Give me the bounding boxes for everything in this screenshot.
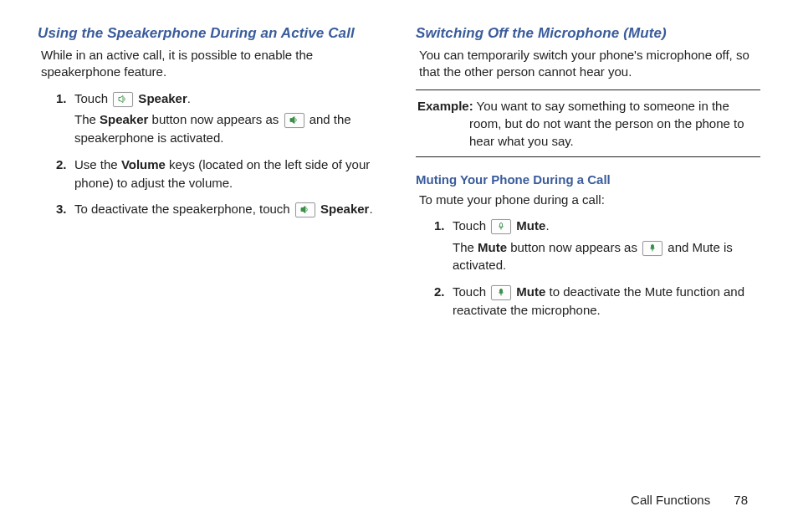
text-bold: Mute — [513, 218, 545, 233]
text: . — [545, 218, 549, 233]
speaker-on-icon — [284, 113, 304, 128]
mute-off-icon — [491, 219, 511, 234]
example-text-line2: room, but do not want the person on the … — [417, 115, 759, 150]
mute-on-icon — [491, 285, 511, 300]
text-bold: Mute — [513, 284, 545, 299]
text: The — [453, 240, 478, 254]
text: Touch — [74, 91, 111, 105]
footer-section: Call Functions — [631, 493, 710, 507]
subsection-title-muting: Muting Your Phone During a Call — [416, 172, 760, 187]
text: button now appears as — [148, 112, 282, 126]
text: . — [369, 202, 372, 216]
step-3: 3. To deactivate the speakerphone, touch… — [56, 200, 382, 218]
text-bold: Speaker — [100, 112, 148, 126]
step-1-cont: The Speaker button now appears as and th… — [74, 110, 382, 147]
svg-rect-2 — [652, 244, 654, 248]
step-number: 1. — [434, 217, 445, 235]
text: Touch — [453, 218, 489, 233]
step-2: 2. Use the Volume keys (located on the l… — [56, 156, 382, 192]
steps-mute: 1. Touch Mute. The Mute button now appea… — [416, 217, 760, 320]
text-bold: Speaker — [317, 202, 370, 216]
speaker-off-icon — [113, 92, 133, 107]
step-1-cont: The Mute button now appears as and Mute … — [453, 238, 760, 275]
speaker-on-icon — [295, 202, 315, 217]
text: To deactivate the speakerphone, touch — [74, 202, 294, 216]
page-number: 78 — [734, 493, 748, 507]
page-columns: Using the Speakerphone During an Active … — [38, 25, 760, 328]
text-bold: Mute — [478, 240, 507, 254]
example-box: Example: You want to say something to so… — [416, 90, 760, 157]
steps-speakerphone: 1. Touch Speaker. The Speaker button now… — [38, 90, 382, 219]
right-column: Switching Off the Microphone (Mute) You … — [416, 25, 760, 328]
example-text-line1: You want to say something to someone in … — [473, 99, 729, 113]
svg-rect-0 — [500, 223, 503, 227]
text: Touch — [453, 284, 489, 299]
step-number: 2. — [56, 156, 67, 174]
text: button now appears as — [507, 240, 641, 254]
text: . — [187, 91, 191, 105]
svg-rect-4 — [500, 289, 503, 294]
mute-on-icon — [642, 241, 662, 256]
intro-mute: You can temporarily switch your phone's … — [419, 47, 760, 81]
step-number: 2. — [434, 283, 445, 301]
page-footer: Call Functions 78 — [631, 493, 748, 507]
section-title-mute: Switching Off the Microphone (Mute) — [416, 25, 760, 42]
text: The — [74, 112, 100, 126]
step-1: 1. Touch Speaker. The Speaker button now… — [56, 90, 382, 147]
step-number: 3. — [56, 200, 67, 218]
intro-speakerphone: While in an active call, it is possible … — [41, 47, 382, 81]
subintro-muting: To mute your phone during a call: — [419, 192, 760, 208]
step-number: 1. — [56, 90, 67, 108]
step-2: 2. Touch Mute to deactivate the Mute fun… — [434, 283, 760, 320]
step-1: 1. Touch Mute. The Mute button now appea… — [434, 217, 760, 274]
text-bold: Volume — [121, 157, 166, 171]
section-title-speakerphone: Using the Speakerphone During an Active … — [38, 25, 382, 42]
example-label: Example: — [417, 99, 473, 113]
text: Use the — [74, 157, 121, 171]
text-bold: Speaker — [135, 91, 187, 105]
left-column: Using the Speakerphone During an Active … — [38, 25, 382, 328]
